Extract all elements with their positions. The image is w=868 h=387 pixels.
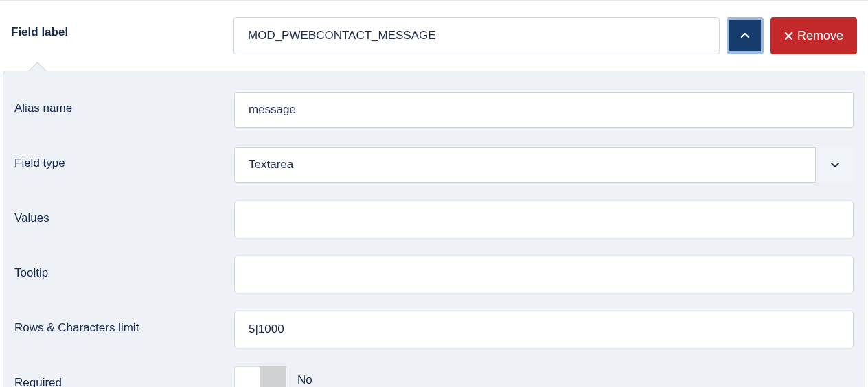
row-rows-limit: Rows & Characters limit [14,312,854,347]
label-rows-limit: Rows & Characters limit [14,312,234,335]
label-tooltip: Tooltip [14,257,234,280]
row-values: Values [14,202,854,237]
collapse-button[interactable] [727,17,764,54]
rows-limit-control [234,312,854,347]
rows-limit-input[interactable] [234,312,854,347]
required-toggle[interactable] [234,366,286,387]
field-type-select[interactable]: Textarea [234,147,854,183]
row-required: Required No [14,366,854,387]
tooltip-input[interactable] [234,257,854,292]
field-header-row: Field label Remove [0,17,868,54]
row-field-type: Field type Textarea [14,147,854,183]
field-editor: Field label Remove Alias name [0,0,868,387]
remove-button-label: Remove [797,29,843,43]
label-alias: Alias name [14,92,234,115]
label-required: Required [14,366,234,387]
required-toggle-wrap: No [234,366,854,387]
label-field-type: Field type [14,147,234,170]
field-header-controls: Remove [233,17,857,54]
field-type-value: Textarea [234,147,854,183]
required-toggle-thumb [234,366,260,387]
required-state-label: No [297,373,312,387]
chevron-up-icon [740,31,750,40]
field-label-input[interactable] [233,17,720,54]
required-control: No [234,366,854,387]
row-alias: Alias name [14,92,854,128]
close-icon [784,32,793,40]
field-type-control: Textarea [234,147,854,183]
alias-input[interactable] [234,92,854,128]
alias-control [234,92,854,128]
row-tooltip: Tooltip [14,257,854,292]
field-settings-panel: Alias name Field type Textarea Values [3,71,865,387]
field-label-title: Field label [11,17,225,39]
values-input[interactable] [234,202,854,237]
tooltip-control [234,257,854,292]
label-values: Values [14,202,234,225]
remove-button[interactable]: Remove [770,17,857,54]
values-control [234,202,854,237]
